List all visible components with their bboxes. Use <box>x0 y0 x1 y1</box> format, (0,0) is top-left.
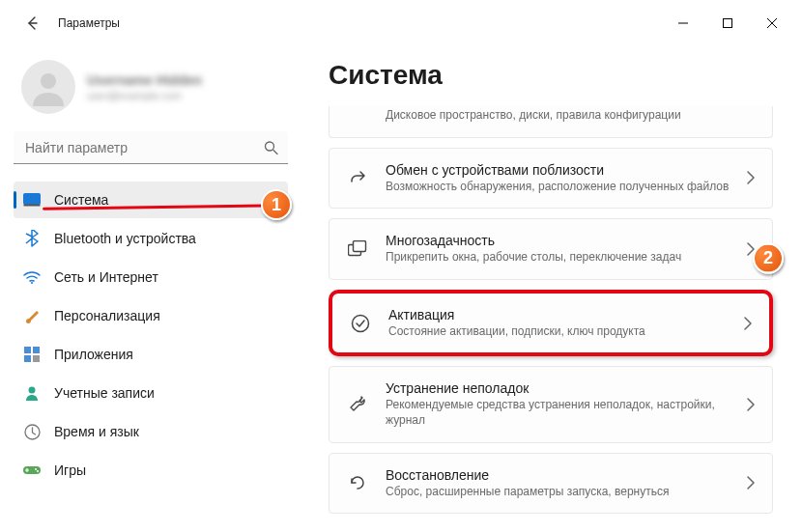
check-circle-icon <box>350 314 371 333</box>
page-title: Система <box>329 60 773 91</box>
sidebar-item-label: Игры <box>54 462 86 478</box>
svg-rect-0 <box>724 19 732 28</box>
svg-point-17 <box>353 315 369 331</box>
svg-point-5 <box>31 282 33 284</box>
card-activation[interactable]: Активация Состояние активации, подписки,… <box>329 290 773 357</box>
svg-point-2 <box>266 142 274 151</box>
apps-icon <box>23 347 41 362</box>
card-troubleshoot[interactable]: Устранение неполадок Рекомендуемые средс… <box>329 366 773 442</box>
sidebar-item-system[interactable]: Система 1 <box>14 182 288 218</box>
sidebar-item-label: Bluetooth и устройства <box>54 231 196 246</box>
profile-name: Username Hidden <box>87 72 202 88</box>
sidebar-item-label: Сеть и Интернет <box>54 269 158 285</box>
sidebar-item-label: Время и язык <box>54 424 139 439</box>
svg-point-1 <box>41 73 56 89</box>
gaming-icon <box>23 464 41 476</box>
arrow-left-icon <box>25 15 41 31</box>
search-input[interactable] <box>14 131 288 164</box>
system-icon <box>23 193 41 207</box>
chevron-right-icon <box>747 476 755 490</box>
sidebar-item-network[interactable]: Сеть и Интернет <box>14 259 288 295</box>
chevron-right-icon <box>744 317 752 330</box>
annotation-marker-1: 1 <box>261 189 292 220</box>
search-icon <box>264 141 278 155</box>
svg-point-10 <box>29 387 36 394</box>
person-icon <box>29 68 68 106</box>
multitask-icon <box>347 240 368 258</box>
annotation-marker-2: 2 <box>753 243 784 274</box>
card-subtitle: Состояние активации, подписки, ключ прод… <box>388 324 727 340</box>
card-title: Устранение неполадок <box>386 380 730 396</box>
sidebar-item-label: Учетные записи <box>54 385 155 401</box>
wrench-icon <box>347 395 368 414</box>
svg-rect-6 <box>24 347 31 353</box>
card-subtitle: Прикрепить окна, рабочие столы, переключ… <box>386 250 730 266</box>
sidebar-item-accounts[interactable]: Учетные записи <box>14 375 288 411</box>
sidebar-item-gaming[interactable]: Игры <box>14 452 288 489</box>
card-nearby-sharing[interactable]: Обмен с устройствами поблизости Возможно… <box>329 148 773 210</box>
card-subtitle: Сброс, расширенные параметры запуска, ве… <box>386 485 730 500</box>
recovery-icon <box>347 473 368 492</box>
svg-rect-9 <box>33 355 40 362</box>
sidebar-item-bluetooth[interactable]: Bluetooth и устройства <box>14 220 288 257</box>
minimize-icon <box>678 18 688 28</box>
svg-rect-16 <box>354 240 366 251</box>
card-storage-partial[interactable]: Дисковое пространство, диски, правила ко… <box>329 106 773 138</box>
share-icon <box>347 168 368 187</box>
card-multitasking[interactable]: Многозадачность Прикрепить окна, рабочие… <box>329 218 773 280</box>
sidebar-item-time-language[interactable]: Время и язык <box>14 413 288 450</box>
svg-point-14 <box>37 470 39 472</box>
avatar <box>21 60 75 114</box>
minimize-button[interactable] <box>661 8 705 39</box>
clock-globe-icon <box>23 424 41 440</box>
card-subtitle: Рекомендуемые средства устранения непола… <box>386 398 730 428</box>
window-title: Параметры <box>58 16 120 30</box>
chevron-right-icon <box>747 171 755 184</box>
back-button[interactable] <box>15 6 50 41</box>
card-recovery[interactable]: Восстановление Сброс, расширенные параме… <box>329 453 773 515</box>
bluetooth-icon <box>23 230 41 247</box>
chevron-right-icon <box>747 398 755 411</box>
sidebar-item-personalization[interactable]: Персонализация <box>14 297 288 334</box>
sidebar-item-label: Приложения <box>54 347 133 362</box>
network-icon <box>23 270 41 284</box>
svg-rect-8 <box>24 355 31 362</box>
maximize-icon <box>723 18 732 28</box>
card-title: Восстановление <box>386 467 730 483</box>
profile-email: user@example.com <box>87 90 202 101</box>
sidebar-item-label: Персонализация <box>54 308 160 323</box>
svg-rect-4 <box>24 205 41 207</box>
close-button[interactable] <box>750 8 794 39</box>
brush-icon <box>23 307 41 324</box>
profile-block[interactable]: Username Hidden user@example.com <box>14 46 288 131</box>
close-icon <box>767 18 777 28</box>
card-subtitle: Возможность обнаружения, расположение по… <box>386 180 730 195</box>
card-title: Многозадачность <box>386 233 730 248</box>
accounts-icon <box>23 385 41 401</box>
card-title: Обмен с устройствами поблизости <box>386 162 730 178</box>
svg-point-13 <box>35 468 37 470</box>
card-title: Активация <box>388 307 727 322</box>
sidebar-item-label: Система <box>54 192 108 208</box>
sidebar-item-apps[interactable]: Приложения <box>14 336 288 373</box>
svg-rect-3 <box>24 194 41 205</box>
card-subtitle: Дисковое пространство, диски, правила ко… <box>386 108 737 124</box>
maximize-button[interactable] <box>705 8 750 39</box>
svg-rect-7 <box>33 347 40 353</box>
